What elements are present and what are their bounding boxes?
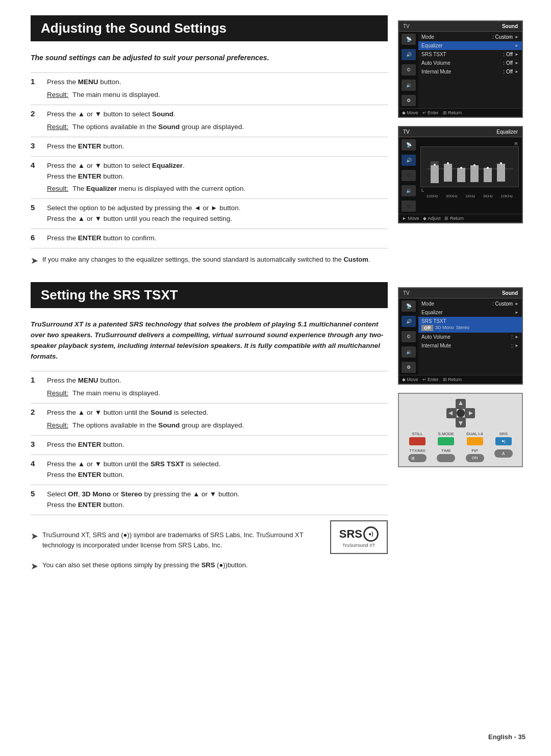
srs-tv-item-internalmute: Internal Mute : ►	[418, 341, 522, 350]
tv-item-srs: SRS TSXT : Off ►	[418, 50, 522, 59]
eq-sidebar-icon2: 🔊	[402, 155, 416, 166]
svg-point-9	[447, 162, 449, 164]
table-row: 2 Press the ▲ or ▼ button until the Soun…	[31, 404, 388, 436]
remote-btn-time[interactable]	[437, 454, 455, 462]
result-label: Result:	[47, 184, 68, 194]
tv-eq-area: R	[418, 137, 522, 214]
srs-logo: SRS ●) TruSurround XT	[330, 520, 388, 554]
tv-sound-menu: TV Sound 📡 🔊 © 🔉 ⚙ Mode : Custom ►	[398, 20, 523, 118]
svg-point-13	[500, 162, 502, 164]
tv-label-srs: TV	[403, 290, 410, 296]
section2-left: Setting the SRS TSXT TruSurround XT is a…	[31, 282, 398, 572]
remote-btn-time-label: TIME	[441, 448, 451, 453]
sound-label: Sound	[502, 23, 518, 29]
svg-text:⊞: ⊞	[411, 456, 415, 461]
srs-tv-item-equalizer: Equalizer ►	[418, 308, 522, 317]
remote-btn-pip-label: PIP	[471, 448, 478, 453]
srs-circle-icon: ●)	[363, 526, 379, 542]
step-content: Press the ENTER button.	[45, 436, 388, 455]
srs-tv-item-autovolume: Auto Volume : ►	[418, 333, 522, 341]
table-row: 3 Press the ENTER button.	[31, 436, 388, 455]
section2-intro: TruSurround XT is a patented SRS technol…	[31, 319, 388, 362]
result-text: The options available in the Sound group…	[72, 122, 244, 133]
tv-srs-menu-body: 📡 🔊 © 🔉 ⚙ Mode : Custom ►	[399, 298, 522, 375]
remote-btn-srs-group: SRS ●)	[495, 432, 512, 445]
tv-equalizer-menu: TV Equalizer 📡 🔊 © 🔉 ⚙ R	[398, 126, 523, 223]
remote-btn-still[interactable]	[409, 437, 425, 445]
tv-icon-circle: ©	[402, 64, 416, 75]
tv-item-auto-volume: Auto Volume : Off ►	[418, 59, 522, 67]
srs-sidebar-icon5: ⚙	[402, 362, 416, 373]
page: Adjusting the Sound Settings The sound s…	[0, 0, 551, 756]
tv-eq-footer: ► Move ◆ Adjust ⊞ Return	[399, 214, 522, 222]
srs-sidebar-icon1: 📡	[402, 300, 416, 312]
step-content: Select Off, 3D Mono or Stereo by pressin…	[45, 485, 388, 515]
table-row: 5 Select the option to be adjusted by pr…	[31, 199, 388, 229]
section2: Setting the SRS TSXT TruSurround XT is a…	[31, 282, 531, 572]
step-number: 3	[31, 436, 45, 455]
step-content: Press the ▲ or ▼ button until the SRS TS…	[45, 455, 388, 485]
remote-btn-still-label: STILL	[412, 432, 422, 436]
step-number: 2	[31, 105, 45, 137]
table-row: 6 Press the ENTER button to confirm.	[31, 229, 388, 248]
section1-left: Adjusting the Sound Settings The sound s…	[31, 15, 398, 267]
result-text: The options available in the Sound group…	[72, 420, 244, 431]
step-content: Press the MENU button. Result: The main …	[45, 371, 388, 404]
remote-bottom-buttons: STILL S.MODE DUAL I-II	[403, 432, 518, 445]
svg-point-12	[487, 167, 489, 169]
section1-right: TV Sound 📡 🔊 © 🔉 ⚙ Mode : Custom ►	[398, 15, 541, 223]
svg-rect-1	[431, 165, 439, 183]
srs-sidebar-icon4: 🔉	[402, 346, 416, 358]
svg-point-11	[473, 164, 475, 166]
srs-sidebar-icon3: ©	[402, 331, 416, 342]
remote-btn-ttx[interactable]: ⊞	[408, 454, 427, 462]
srs-note-text: ➤ TruSurround XT, SRS and (●)) symbol ar…	[31, 524, 322, 550]
footer-text: English - 35	[488, 733, 525, 741]
svg-rect-6	[484, 168, 492, 182]
table-row: 2 Press the ▲ or ▼ button to select Soun…	[31, 105, 388, 137]
step-number: 1	[31, 73, 45, 105]
tv-item-equalizer: Equalizer ►	[418, 41, 522, 50]
remote-btn-pip[interactable]: ON	[466, 454, 484, 462]
remote-btn-dual[interactable]	[467, 437, 483, 445]
srs-logo-subtitle: TruSurround XT	[342, 543, 375, 548]
step-number: 4	[31, 455, 45, 485]
srs-option-3dmono: 3D Mono	[435, 325, 454, 331]
result-text: The Equalizer menu is displayed with the…	[72, 184, 245, 194]
eq-sidebar-icon3: ©	[402, 170, 416, 181]
tv-srs-menu: TV Sound 📡 🔊 © 🔉 ⚙ Mode	[398, 287, 523, 385]
remote-second-row: TTX/MIX ⊞ TIME PIP	[403, 448, 518, 462]
srs-option-off: Off	[421, 325, 433, 331]
remote-btn-smode-group: S.MODE	[438, 432, 454, 445]
eq-freq-labels: 100Hz 300Hz 1KHz 3KHz 10KHz	[420, 193, 519, 199]
srs-note2-block: ➤ You can also set these options simply …	[31, 560, 388, 572]
remote-btn-srs[interactable]: ●)	[495, 437, 512, 445]
note1-arrow-icon: ➤	[31, 531, 38, 542]
table-row: 4 Press the ▲ or ▼ button to select Equa…	[31, 156, 388, 199]
table-row: 1 Press the MENU button. Result: The mai…	[31, 371, 388, 404]
srs-logo-area: ➤ TruSurround XT, SRS and (●)) symbol ar…	[31, 520, 388, 554]
tv-icon-sound: 🔊	[402, 49, 416, 60]
section1: Adjusting the Sound Settings The sound s…	[31, 15, 531, 267]
eq-graph	[420, 146, 519, 187]
tv-srs-sidebar: 📡 🔊 © 🔉 ⚙	[399, 298, 418, 375]
tv-footer: ◆ Move ↵ Enter ⊞ Return	[399, 108, 522, 117]
table-row: 5 Select Off, 3D Mono or Stereo by press…	[31, 485, 388, 515]
step-content: Press the ▲ or ▼ button to select Equali…	[45, 156, 388, 199]
step-number: 5	[31, 199, 45, 229]
remote-btn-up[interactable]: ∧	[494, 449, 513, 458]
step-content: Press the ENTER button.	[45, 137, 388, 156]
remote-btn-smode[interactable]	[438, 437, 454, 445]
tv-item-mode: Mode : Custom ►	[418, 33, 522, 41]
tv-item-internal-mute: Internal Mute : Off ►	[418, 67, 522, 76]
tv-label: TV	[403, 23, 410, 29]
step-number: 6	[31, 229, 45, 248]
step-number: 5	[31, 485, 45, 515]
srs-option-stereo: Stereo	[456, 325, 470, 331]
tv-menu-header: TV Sound	[399, 21, 522, 32]
remote-btn-dual-label: DUAL I-II	[466, 432, 483, 436]
section2-steps-table: 1 Press the MENU button. Result: The mai…	[31, 371, 388, 515]
remote-btn-ttx-group: TTX/MIX ⊞	[408, 448, 427, 462]
srs-tv-item-mode: Mode : Custom ►	[418, 299, 522, 308]
tv-icon-headphone: 🔉	[402, 80, 416, 91]
